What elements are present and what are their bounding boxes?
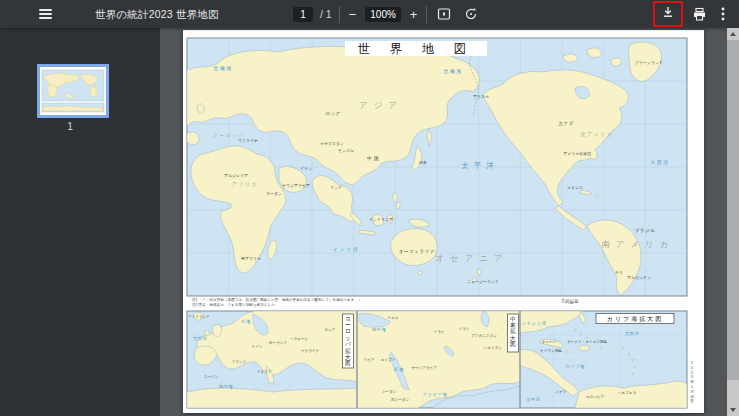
download-highlight-box: [653, 1, 683, 27]
map-label: 北極海: [443, 68, 463, 75]
print-icon[interactable]: [687, 0, 711, 28]
map-label: ケイマン諸島: [540, 348, 562, 353]
inset-title-europe: ヨーロッパ拡大図: [344, 316, 351, 368]
toolbar-actions: [653, 0, 735, 28]
map-label: 南アフリカ: [241, 256, 261, 261]
thumbnail-map-image: [40, 67, 106, 115]
document-viewport: 世 界 地 図: [160, 28, 727, 416]
page-thumbnail-selected[interactable]: [37, 64, 109, 118]
map-label: サウジアラビア: [411, 366, 437, 370]
map-label: エジプト: [381, 357, 396, 362]
map-label: ウクライナ: [301, 348, 320, 353]
map-label: アフガニスタン: [471, 334, 497, 338]
page-number-input[interactable]: 1: [293, 7, 313, 22]
map-label: ©武揚堂: [562, 298, 579, 305]
pdf-page: 世 界 地 図: [183, 30, 704, 413]
map-label: キューバ: [542, 340, 557, 344]
inset-title-caribbean: カリブ海拡大図: [607, 315, 663, 323]
map-label: カリブ海: [565, 364, 585, 369]
inset-title-middle-east: 中東拡大図: [510, 316, 516, 349]
zoom-out-button[interactable]: −: [347, 7, 359, 22]
zoom-level-display[interactable]: 100%: [365, 7, 401, 22]
map-label: イラン: [300, 166, 312, 171]
map-label: ベラルーシ: [290, 337, 309, 341]
map-label: スーダン: [382, 389, 397, 394]
map-label: アメリカ合衆国: [563, 151, 591, 156]
map-label: イラク: [433, 329, 444, 334]
map-label: ドイツ: [251, 344, 262, 349]
map-label: イタリア: [257, 369, 272, 374]
map-label: 太平洋: [461, 161, 499, 170]
map-label: カザフスタン: [320, 141, 344, 146]
map-label: トルコ: [387, 315, 398, 320]
map-label: タークス・カイコス諸島: [567, 339, 608, 344]
toolbar-divider: [339, 6, 340, 23]
map-label: パキスタン: [483, 346, 503, 350]
map-label: 大西洋: [193, 336, 208, 341]
map-label: 地中海: [371, 327, 387, 332]
toolbar-page-controls: 1 / 1 − 100% +: [293, 0, 481, 28]
map-label: ウクライナ: [238, 138, 258, 143]
map-label: アラビア海: [423, 392, 448, 397]
map-label: サウジアラビア: [282, 183, 310, 188]
map-label: ポーランド: [268, 340, 288, 345]
thumbnail-sidebar: 1: [0, 28, 160, 416]
map-label: メキシコ: [567, 185, 583, 190]
toolbar-divider: [426, 6, 427, 23]
zoom-in-button[interactable]: +: [408, 7, 420, 22]
world-map: 世 界 地 図: [183, 30, 704, 413]
map-label: アジア: [359, 100, 403, 110]
rotate-icon[interactable]: [461, 0, 481, 28]
map-label: 大西洋: [625, 331, 640, 336]
map-label: チリ: [615, 270, 623, 275]
map-label: モンゴル: [338, 148, 354, 153]
map-label: スーダン: [266, 191, 282, 196]
map-label: グリーンランド: [635, 60, 663, 65]
map-label: ロシア: [325, 111, 341, 116]
map-label: ブラジル: [635, 228, 656, 233]
map-label: 北海: [241, 319, 251, 324]
map-label: ニュージーランド: [467, 279, 499, 284]
map-label: ベネズエラ: [618, 391, 637, 395]
map-label: 南アメリカ: [601, 239, 674, 249]
map-label: アルジェリア: [224, 173, 248, 178]
map-label: アルゼンチン: [627, 275, 651, 280]
map-label: スペイン: [204, 374, 219, 379]
pdf-viewer-window: { "toolbar": { "title": "世界の統計2023 世界地図"…: [0, 0, 739, 416]
scrollbar-thumb[interactable]: [727, 40, 739, 380]
map-label: インドネシア: [369, 217, 393, 222]
page-count-label: / 1: [320, 8, 332, 20]
map-title: 世 界 地 図: [358, 42, 474, 56]
map-label: 大西洋: [650, 159, 670, 166]
download-icon[interactable]: [661, 5, 675, 23]
map-label: オセアニア: [435, 253, 509, 263]
as-of-date-vertical: 2023年1月現在: [690, 360, 695, 403]
map-label: 地中海: [218, 384, 234, 389]
map-label: イラン: [458, 326, 469, 331]
pdf-toolbar: 世界の統計2023 世界地図 1 / 1 − 100% +: [0, 0, 739, 28]
map-label: 日本: [419, 160, 427, 165]
map-label: 太平洋: [526, 397, 541, 402]
map-label: 北アメリカ: [581, 131, 614, 138]
menu-icon[interactable]: [36, 0, 54, 28]
map-label: アイスランド: [188, 314, 210, 319]
map-label: 注2 国名・地域名は、できる限り簡略な表記とした。: [192, 302, 278, 307]
map-label: ロシア: [324, 328, 335, 332]
scroll-down-button[interactable]: [727, 404, 739, 416]
map-label: リビア: [363, 358, 374, 362]
map-label: アラスカ: [473, 94, 489, 99]
document-title: 世界の統計2023 世界地図: [95, 0, 219, 28]
map-label: 北極海: [213, 65, 233, 72]
map-label: インド洋: [333, 246, 359, 253]
map-label: 南スーダン: [391, 397, 410, 402]
map-label: インド: [330, 185, 342, 190]
map-label: パナマ: [554, 390, 566, 394]
map-label: 紅海: [393, 367, 404, 372]
map-label: 注1 「＊」印は首都（本図では、拡大図に掲載した国・地域の首都の記名が重複してい…: [192, 297, 362, 302]
scroll-up-button[interactable]: [727, 28, 739, 40]
fit-page-icon[interactable]: [434, 0, 454, 28]
thumbnail-page-number: 1: [30, 120, 110, 132]
map-label: アフリカ: [232, 181, 258, 187]
vertical-scrollbar[interactable]: [727, 28, 739, 416]
more-options-icon[interactable]: [711, 0, 735, 28]
